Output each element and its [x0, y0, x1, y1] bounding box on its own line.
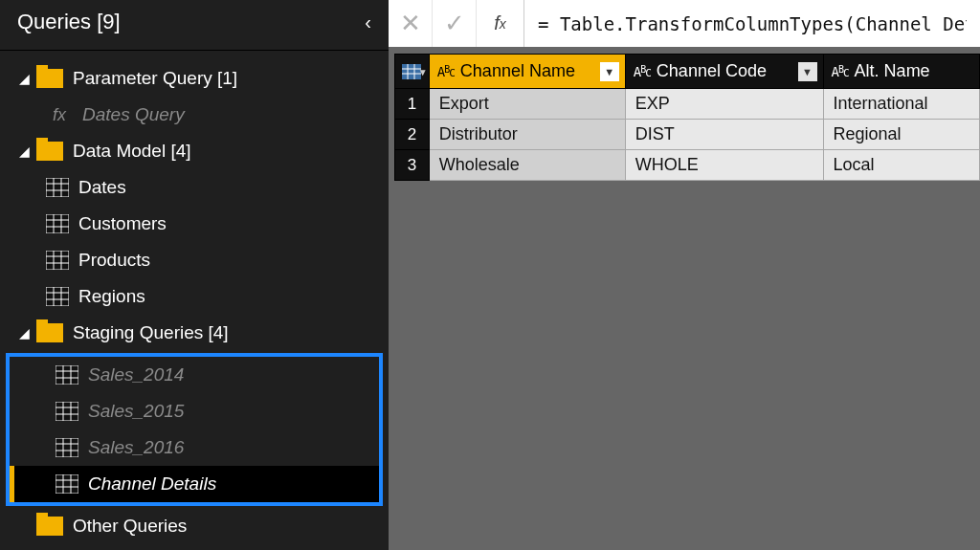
query-label: Sales_2015 — [88, 401, 184, 422]
query-regions[interactable]: Regions — [0, 278, 389, 315]
folder-other-queries[interactable]: Other Queries — [0, 508, 389, 544]
column-label: Channel Name — [460, 61, 594, 81]
query-label: Sales_2014 — [88, 364, 184, 385]
folder-parameter-query[interactable]: ◢ Parameter Query [1] — [0, 60, 389, 97]
table-icon — [56, 365, 78, 385]
table-row[interactable]: 1 Export EXP International — [395, 89, 980, 120]
query-label: Channel Details — [88, 473, 216, 495]
data-grid: ▼ ABC Channel Name ▼ ABC Channel Code — [389, 48, 980, 181]
folder-icon — [36, 323, 63, 342]
column-filter-button[interactable]: ▼ — [798, 62, 817, 81]
svg-rect-10 — [46, 251, 69, 270]
query-sales-2016[interactable]: Sales_2016 — [10, 429, 379, 466]
fx-icon: fx — [46, 105, 73, 125]
query-label: Sales_2016 — [88, 437, 184, 458]
query-customers[interactable]: Customers — [0, 206, 389, 242]
column-label: Channel Code — [657, 61, 792, 81]
svg-rect-15 — [46, 287, 69, 306]
folder-data-model[interactable]: ◢ Data Model [4] — [0, 133, 389, 169]
folder-icon — [36, 517, 63, 536]
formula-input[interactable] — [524, 0, 980, 47]
query-products[interactable]: Products — [0, 242, 389, 278]
table-row[interactable]: 2 Distributor DIST Regional — [395, 120, 980, 150]
cell-channel-name[interactable]: Export — [429, 89, 625, 120]
commit-formula-button[interactable]: ✓ — [433, 0, 477, 47]
cell-channel-code[interactable]: DIST — [625, 120, 823, 150]
folder-icon — [36, 69, 63, 88]
row-number[interactable]: 2 — [395, 120, 430, 150]
query-label: Dates Query — [82, 104, 185, 125]
folder-icon — [36, 142, 63, 161]
query-channel-details[interactable]: Channel Details — [10, 466, 379, 502]
query-dates-query[interactable]: fx Dates Query — [0, 97, 389, 133]
svg-rect-5 — [46, 214, 69, 233]
table-icon — [46, 178, 69, 197]
query-label: Products — [78, 250, 150, 271]
svg-rect-20 — [56, 365, 78, 385]
caret-down-icon[interactable]: ◢ — [19, 143, 36, 159]
table-icon — [56, 438, 78, 457]
query-label: Dates — [78, 177, 126, 198]
fx-icon[interactable]: fx — [477, 0, 524, 47]
column-label: Alt. Name — [855, 61, 973, 81]
row-number[interactable]: 1 — [395, 89, 430, 120]
table-icon — [56, 474, 78, 494]
table-row[interactable]: 3 Wholesale WHOLE Local — [395, 150, 980, 181]
collapse-sidebar-icon[interactable]: ‹ — [365, 11, 377, 33]
folder-label: Parameter Query [1] — [73, 68, 237, 89]
column-header-alt-name[interactable]: ABC Alt. Name — [823, 55, 979, 89]
cell-channel-name[interactable]: Distributor — [429, 120, 625, 150]
query-dates[interactable]: Dates — [0, 169, 389, 206]
text-type-icon: ABC — [832, 65, 849, 78]
table-icon — [46, 214, 69, 233]
query-label: Customers — [78, 213, 167, 234]
query-label: Regions — [78, 286, 145, 307]
svg-rect-35 — [56, 474, 78, 494]
svg-rect-30 — [56, 438, 78, 457]
queries-tree: ◢ Parameter Query [1] fx Dates Query ◢ D… — [0, 51, 389, 544]
folder-staging-queries[interactable]: ◢ Staging Queries [4] — [0, 315, 389, 351]
main-area: ✕ ✓ fx ▼ ABC Channel Name ▼ — [389, 0, 980, 550]
query-sales-2015[interactable]: Sales_2015 — [10, 393, 379, 429]
table-icon — [56, 402, 78, 421]
chevron-down-icon[interactable]: ▼ — [418, 66, 428, 77]
cell-channel-name[interactable]: Wholesale — [429, 150, 625, 181]
cell-channel-code[interactable]: EXP — [625, 89, 823, 120]
cell-alt-name[interactable]: Regional — [823, 120, 979, 150]
sidebar-header: Queries [9] ‹ — [0, 0, 389, 51]
table-icon — [46, 251, 69, 270]
sidebar-title: Queries [9] — [17, 10, 121, 34]
folder-label: Other Queries — [73, 516, 187, 537]
text-type-icon: ABC — [634, 65, 651, 78]
queries-sidebar: Queries [9] ‹ ◢ Parameter Query [1] fx D… — [0, 0, 389, 550]
svg-rect-25 — [56, 402, 78, 421]
column-header-channel-code[interactable]: ABC Channel Code ▼ — [625, 55, 823, 89]
cell-alt-name[interactable]: International — [823, 89, 979, 120]
formula-bar: ✕ ✓ fx — [389, 0, 980, 48]
highlighted-staging-group: Sales_2014 Sales_2015 Sales_2016 Channel… — [6, 353, 383, 506]
row-number[interactable]: 3 — [395, 150, 430, 181]
folder-label: Data Model [4] — [73, 141, 191, 162]
caret-down-icon[interactable]: ◢ — [19, 325, 36, 341]
caret-down-icon[interactable]: ◢ — [19, 71, 36, 86]
table-icon — [46, 287, 69, 306]
cell-alt-name[interactable]: Local — [823, 150, 979, 181]
column-filter-button[interactable]: ▼ — [600, 62, 619, 81]
query-sales-2014[interactable]: Sales_2014 — [10, 357, 379, 393]
cancel-formula-button[interactable]: ✕ — [389, 0, 433, 47]
column-header-channel-name[interactable]: ABC Channel Name ▼ — [429, 55, 625, 89]
folder-label: Staging Queries [4] — [73, 322, 229, 343]
svg-rect-0 — [46, 178, 69, 197]
select-all-corner[interactable]: ▼ — [395, 55, 430, 89]
text-type-icon: ABC — [437, 65, 455, 78]
cell-channel-code[interactable]: WHOLE — [625, 150, 823, 181]
